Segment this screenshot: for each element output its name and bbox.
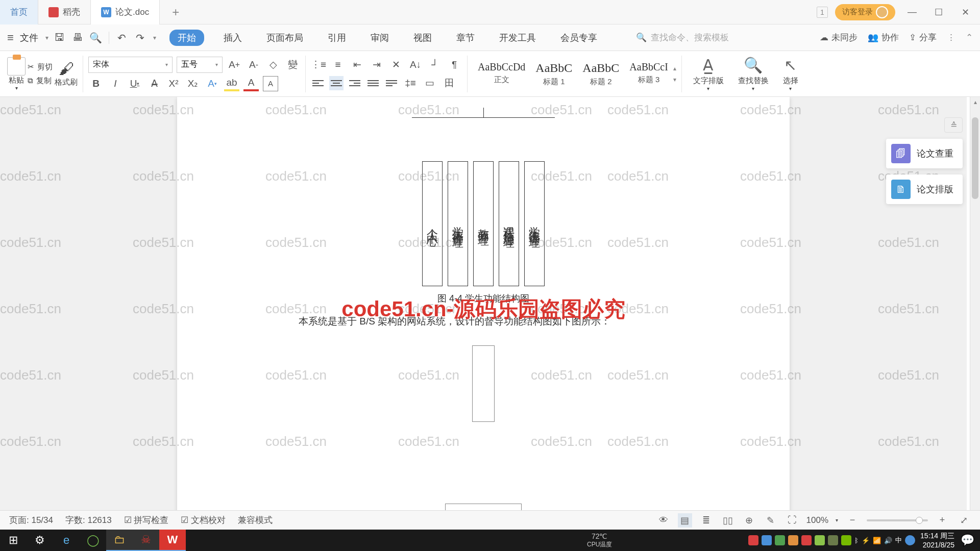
decrease-indent-icon[interactable]: ⇤ xyxy=(350,57,365,72)
outline-view-icon[interactable]: ≣ xyxy=(699,513,714,528)
borders-icon[interactable]: 田 xyxy=(442,76,457,91)
start-button[interactable]: ⊞ xyxy=(0,530,27,551)
zoom-in-button[interactable]: + xyxy=(935,513,949,528)
wps-icon[interactable]: W xyxy=(159,530,186,551)
text-layout-button[interactable]: A̲ 文字排版▾ xyxy=(687,56,730,91)
font-effects-button[interactable]: A▾ xyxy=(205,76,220,91)
network-icon[interactable]: ⚡ xyxy=(862,537,870,544)
search-box[interactable]: 🔍 查找命令、搜索模板 xyxy=(636,32,729,43)
eye-mode-icon[interactable]: 👁 xyxy=(656,513,671,528)
task-app-icon[interactable]: ⚙ xyxy=(27,530,53,551)
shading-icon[interactable]: ▭ xyxy=(422,76,437,91)
menu-tab-review[interactable]: 审阅 xyxy=(365,30,394,46)
menu-tab-layout[interactable]: 页面布局 xyxy=(261,30,308,46)
notifications-icon[interactable]: 💬 xyxy=(960,530,975,551)
bullet-list-icon[interactable]: ⋮≡ xyxy=(311,57,326,72)
word-count[interactable]: 字数: 12613 xyxy=(65,514,112,526)
wifi-icon[interactable]: 📶 xyxy=(873,537,881,544)
undo-icon[interactable]: ↶ xyxy=(114,30,130,45)
tab-home[interactable]: 首页 xyxy=(0,0,38,24)
number-list-icon[interactable]: ≡ xyxy=(330,57,346,72)
fit-width-icon[interactable]: ⛶ xyxy=(785,513,799,528)
format-painter-button[interactable]: 🖌 格式刷 xyxy=(55,60,78,87)
superscript-button[interactable]: X² xyxy=(166,76,181,91)
clear-format-icon[interactable]: ◇ xyxy=(265,57,281,72)
close-button[interactable]: ✕ xyxy=(955,4,975,20)
style-normal[interactable]: AaBbCcDd 正文 xyxy=(473,61,530,87)
highlight-button[interactable]: ab xyxy=(224,76,239,91)
taskbar-clock[interactable]: 15:14 周三 2021/8/25 xyxy=(920,531,954,549)
scroll-up-icon[interactable]: ▴ xyxy=(970,97,980,107)
subscript-button[interactable]: X₂ xyxy=(185,76,201,91)
select-button[interactable]: ↖ 选择▾ xyxy=(777,56,804,91)
spell-check-toggle[interactable]: ☑ 拼写检查 xyxy=(124,514,169,526)
hamburger-icon[interactable]: ≡ xyxy=(7,31,14,44)
share-button[interactable]: ⇪ 分享 xyxy=(909,32,937,43)
asian-layout-icon[interactable]: ✕ xyxy=(388,57,404,72)
tray-icon[interactable] xyxy=(775,535,785,545)
tab-symbol-icon[interactable]: ┘ xyxy=(427,57,443,72)
copy-button[interactable]: ⧉复制 xyxy=(28,76,53,86)
ime-icon[interactable]: 中 xyxy=(895,536,902,545)
ie-icon[interactable]: e xyxy=(53,530,80,551)
tray-icon[interactable] xyxy=(905,535,915,545)
minimize-button[interactable]: — xyxy=(902,4,922,20)
tray-icon[interactable] xyxy=(841,535,851,545)
file-menu[interactable]: 文件 xyxy=(20,32,38,44)
paste-button[interactable]: 粘贴▾ xyxy=(7,57,26,91)
find-replace-button[interactable]: 🔍 查找替换▾ xyxy=(732,56,775,91)
annotate-icon[interactable]: ✎ xyxy=(764,513,778,528)
show-marks-icon[interactable]: ¶ xyxy=(447,57,462,72)
font-color-button[interactable]: A xyxy=(243,76,259,91)
align-distribute-icon[interactable] xyxy=(384,76,399,90)
page-indicator[interactable]: 页面: 15/34 xyxy=(9,514,53,526)
underline-button[interactable]: U▾ xyxy=(127,76,142,91)
zoom-value[interactable]: 100% xyxy=(806,515,828,525)
add-tab-button[interactable]: + xyxy=(160,5,191,19)
bluetooth-icon[interactable]: ᛒ xyxy=(854,537,859,544)
align-right-icon[interactable] xyxy=(348,76,362,90)
cpu-temp-widget[interactable]: 72℃ CPU温度 xyxy=(587,532,612,549)
increase-indent-icon[interactable]: ⇥ xyxy=(369,57,384,72)
tray-icon[interactable] xyxy=(748,535,758,545)
app-icon[interactable]: ☠ xyxy=(133,530,159,551)
align-center-icon[interactable] xyxy=(329,76,344,90)
doc-check-toggle[interactable]: ☑ 文档校对 xyxy=(181,514,226,526)
align-left-icon[interactable] xyxy=(311,76,325,90)
menu-tab-devtools[interactable]: 开发工具 xyxy=(494,30,541,46)
collab-button[interactable]: 👥 协作 xyxy=(868,32,899,43)
grow-font-icon[interactable]: A+ xyxy=(227,57,242,72)
tray-icon[interactable] xyxy=(828,535,838,545)
vertical-scrollbar[interactable]: ▴ ▾ xyxy=(970,97,980,530)
menu-tab-view[interactable]: 视图 xyxy=(408,30,437,46)
reading-view-icon[interactable]: ▯▯ xyxy=(721,513,735,528)
side-panel-toggle[interactable]: ≙ xyxy=(944,117,963,133)
style-heading1[interactable]: AaBbC 标题 1 xyxy=(530,61,577,87)
tray-icon[interactable] xyxy=(801,535,812,545)
strikethrough-button[interactable]: A̶ xyxy=(146,76,162,91)
volume-icon[interactable]: 🔊 xyxy=(884,537,892,544)
menu-tab-chapter[interactable]: 章节 xyxy=(451,30,480,46)
shrink-font-icon[interactable]: A- xyxy=(246,57,261,72)
menu-tab-insert[interactable]: 插入 xyxy=(218,30,247,46)
print-preview-icon[interactable]: 🔍 xyxy=(88,30,104,45)
menu-tab-start[interactable]: 开始 xyxy=(169,30,204,46)
zoom-slider[interactable] xyxy=(867,519,928,521)
tray-icon[interactable] xyxy=(815,535,825,545)
sync-status[interactable]: ☁ 未同步 xyxy=(820,32,857,43)
zoom-out-button[interactable]: − xyxy=(845,513,860,528)
web-view-icon[interactable]: ⊕ xyxy=(742,513,756,528)
page-view-icon[interactable]: ▤ xyxy=(678,513,692,528)
style-heading3[interactable]: AaBbCcI 标题 3 xyxy=(624,61,673,87)
font-name-select[interactable]: 宋体▾ xyxy=(88,57,173,73)
sort-icon[interactable]: A↓ xyxy=(408,57,423,72)
system-tray[interactable]: ᛒ ⚡ 📶 🔊 中 xyxy=(748,535,915,545)
tab-document[interactable]: W 论文.doc xyxy=(91,0,160,24)
line-spacing-icon[interactable]: ‡≡ xyxy=(403,76,418,91)
collapse-ribbon-icon[interactable]: ⌃ xyxy=(966,32,973,43)
visitor-login-button[interactable]: 访客登录 xyxy=(835,4,895,20)
window-count[interactable]: 1 xyxy=(817,7,828,18)
explorer-icon[interactable]: 🗀 xyxy=(106,530,133,551)
redo-icon[interactable]: ↷ xyxy=(133,30,148,45)
bold-button[interactable]: B xyxy=(88,76,104,91)
